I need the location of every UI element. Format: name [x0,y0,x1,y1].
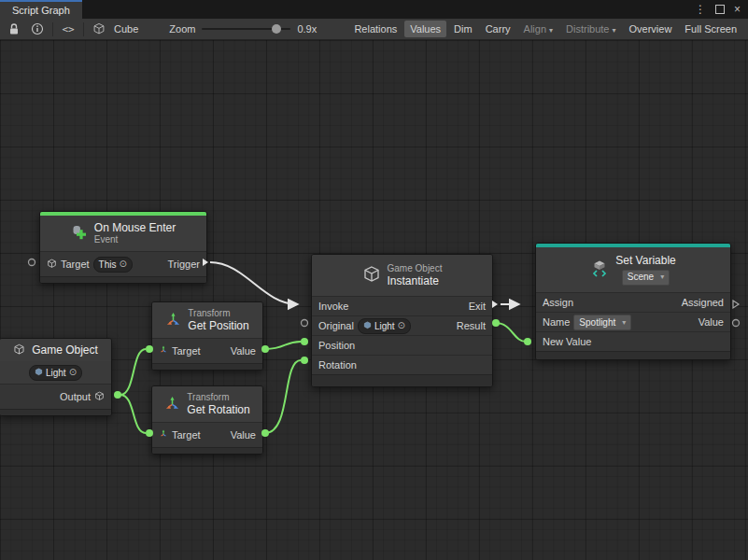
port-rotation-input[interactable] [301,357,308,364]
port-label-target: Target [172,345,201,357]
values-button[interactable]: Values [404,21,446,37]
variable-name-dropdown[interactable]: Spotlight ▾ [573,315,631,330]
node-instantiate[interactable]: Game Object Instantiate Invoke Exit Orig… [311,254,493,387]
graph-canvas[interactable]: On Mouse Enter Event Target This ⊙ Trig [0,40,748,560]
node-title: Game Object [32,343,98,357]
zoom-control: Zoom 0.9x [169,23,317,35]
game-object-icon [13,343,25,357]
object-field-light[interactable]: Light ⊙ [358,318,411,334]
code-view-icon[interactable]: <> [60,21,77,37]
port-assigned-output[interactable] [733,301,739,308]
port-event-target-input[interactable] [29,259,35,266]
wire-getposition-value-to-position[interactable] [265,342,301,349]
node-header[interactable]: Game Object Instantiate [312,255,492,296]
object-picker-icon[interactable]: ⊙ [398,321,405,330]
zoom-slider-knob[interactable] [272,24,281,34]
node-footer [0,409,111,415]
chevron-down-icon: ▾ [660,273,664,282]
node-row: Assign Assigned [536,292,730,312]
port-label-name: Name [543,316,570,328]
object-field-this[interactable]: This ⊙ [93,257,133,273]
node-header[interactable]: Game Object [0,339,111,361]
dim-button[interactable]: Dim [448,21,478,37]
transform-icon [164,396,180,413]
game-object-icon [362,265,381,286]
transform-icon [165,312,181,329]
node-value-row: Light ⊙ [0,361,111,384]
node-header[interactable]: Transform Get Rotation [152,386,262,422]
port-value-output[interactable] [733,320,740,327]
node-row: Rotation [312,355,492,374]
tab-label: Script Graph [12,5,70,16]
port-label-trigger: Trigger [168,259,200,270]
wire-output-to-getrotation-target[interactable] [120,395,146,433]
node-footer [152,447,262,454]
node-get-rotation[interactable]: Transform Get Rotation Target Value [151,385,263,455]
port-label-target: Target [172,429,201,441]
graph-target-label[interactable]: Cube [114,23,138,35]
toolbar-separator [83,22,84,36]
align-dropdown[interactable]: Align▾ [518,21,558,37]
set-variable-icon [590,259,609,280]
node-title: Set Variable [615,254,675,267]
port-result-output[interactable] [492,319,500,327]
port-variable-output[interactable] [114,391,121,399]
port-position-input[interactable] [301,338,308,345]
node-category: Transform [188,308,230,319]
chevron-down-icon: ▾ [549,26,553,35]
node-get-position[interactable]: Transform Get Position Target Value [151,301,263,371]
node-footer [312,374,492,386]
port-original-input[interactable] [302,320,308,327]
close-icon[interactable]: × [734,4,741,15]
port-label-assigned: Assigned [682,297,724,308]
node-on-mouse-enter[interactable]: On Mouse Enter Event Target This ⊙ Trig [39,211,207,284]
kebab-menu-icon[interactable]: ⋮ [695,4,706,15]
wire-result-to-new-value[interactable] [496,323,526,342]
game-object-icon [35,368,43,378]
object-field-light[interactable]: Light ⊙ [29,365,82,381]
carry-button[interactable]: Carry [480,21,516,37]
node-header[interactable]: Set Variable Scene ▾ [536,247,730,292]
node-title: Instantiate [388,274,439,287]
node-row: Target Value [152,422,262,447]
node-title: Get Position [188,319,248,332]
port-label-rotation: Rotation [318,359,357,371]
variable-scope-dropdown[interactable]: Scene ▾ [622,270,670,286]
lock-icon[interactable] [6,21,22,37]
wire-output-to-getposition-target[interactable] [120,349,146,395]
relations-button[interactable]: Relations [348,21,402,37]
script-graph-window: Script Graph ⋮ × <> Cube Zoom 0.9x [0,0,748,560]
port-new-value-input[interactable] [524,338,531,345]
maximize-icon[interactable] [715,5,725,14]
game-object-icon [47,259,57,271]
port-label-invoke: Invoke [318,301,348,312]
object-picker-icon[interactable]: ⊙ [119,259,126,269]
wire-getrotation-value-to-rotation[interactable] [265,360,301,433]
port-label-result: Result [457,320,486,331]
distribute-dropdown[interactable]: Distribute▾ [560,21,621,37]
overview-button[interactable]: Overview [624,21,678,37]
port-label-output: Output [60,391,91,402]
node-row: Target Value [152,338,262,363]
node-subtitle: Event [94,234,119,245]
wire-trigger-to-invoke[interactable] [210,262,297,304]
fullscreen-button[interactable]: Full Screen [679,21,742,37]
port-label-value: Value [231,429,256,441]
node-title: On Mouse Enter [94,221,176,234]
object-picker-icon[interactable]: ⊙ [69,368,77,377]
tab-script-graph[interactable]: Script Graph [0,0,82,19]
node-row: Output [0,384,111,409]
node-set-variable[interactable]: Set Variable Scene ▾ Assign Assigned Nam… [535,243,731,360]
node-footer [40,276,206,283]
node-game-object-variable[interactable]: Game Object Light ⊙ Output [0,338,112,416]
node-footer [152,363,262,370]
port-label-new-value: New Value [543,336,591,347]
node-row: Position [312,335,492,355]
node-header[interactable]: On Mouse Enter Event [40,216,206,251]
zoom-slider[interactable] [202,28,290,30]
mouse-event-icon [71,224,88,243]
node-header[interactable]: Transform Get Position [152,302,262,338]
chevron-down-icon: ▾ [613,26,616,35]
info-icon[interactable] [29,21,46,37]
zoom-value: 0.9x [297,23,317,35]
